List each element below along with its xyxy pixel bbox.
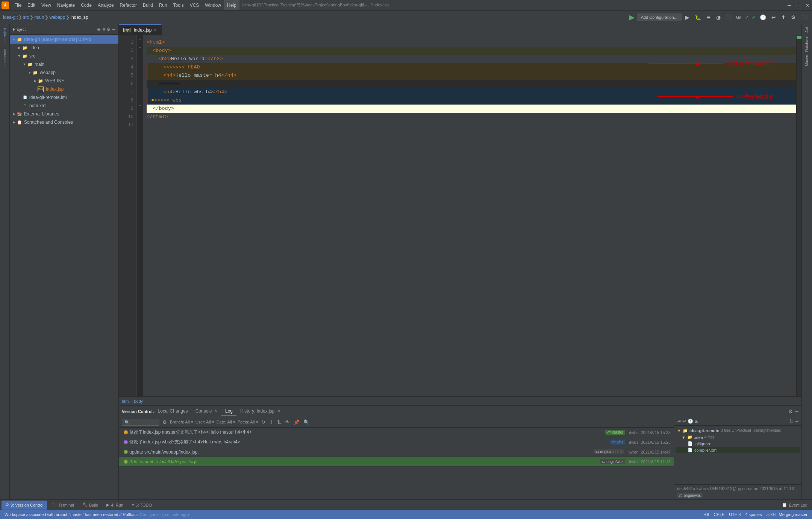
log-pin-icon[interactable]: 📌 xyxy=(293,419,300,426)
commit-panel-clock-icon[interactable]: 🕐 xyxy=(688,419,693,424)
log-branch-filter[interactable]: Branch: All ▾ xyxy=(170,420,193,425)
status-spaces[interactable]: 4 spaces xyxy=(744,512,763,517)
commit-tree-repo[interactable]: ▼ 📁 idea-git-remote 8 files D:\Practical… xyxy=(676,427,800,434)
taskbar-tab-terminal[interactable]: ⬛ Terminal xyxy=(48,501,78,510)
log-date-filter[interactable]: Date: All ▾ xyxy=(217,420,235,425)
commit-panel-sort-icon[interactable]: ⇅ xyxy=(789,419,793,424)
log-fetch-icon[interactable]: ⇩ xyxy=(268,419,274,426)
log-search-expand-icon[interactable]: 🔍 xyxy=(303,419,310,426)
fold-1[interactable]: ▾ xyxy=(137,35,143,44)
menu-vcs[interactable]: VCS xyxy=(187,0,202,10)
tree-item-indexjsp[interactable]: ▶ JSP index.jsp xyxy=(10,85,118,93)
stop-icon[interactable]: ⬛ xyxy=(724,14,734,21)
log-sync-icon[interactable]: ↻ xyxy=(261,419,266,426)
restore-button[interactable]: □ xyxy=(795,2,801,8)
git-checkmark-icon[interactable]: ✓ xyxy=(745,14,749,20)
close-button[interactable]: ✕ xyxy=(804,2,810,8)
git-history-icon[interactable]: 🕐 xyxy=(758,14,768,21)
minimize-button[interactable]: ─ xyxy=(786,2,792,8)
debug-icon[interactable]: 🐛 xyxy=(693,14,703,21)
database-tool-button[interactable]: Database xyxy=(804,34,810,53)
menu-run[interactable]: Run xyxy=(156,0,170,10)
menu-navigate[interactable]: Navigate xyxy=(54,0,78,10)
status-message[interactable]: Workspace associated with branch 'master… xyxy=(3,512,191,517)
taskbar-tab-run[interactable]: ▶ 4: Run xyxy=(103,501,127,510)
sidebar-minimize-icon[interactable]: ─ xyxy=(112,27,115,32)
git-terminal-icon[interactable]: ⬛ xyxy=(800,14,809,21)
commit-tree-compiler[interactable]: 📄 compiler.xml xyxy=(676,447,800,453)
commit-panel-arrow-icon[interactable]: ⇥ xyxy=(677,419,681,424)
code-lines[interactable]: <html> <body> <h2>Hello World!</h2> <<<<… xyxy=(144,35,796,396)
log-row-0[interactable]: 修改了index.jsp master分支添加了<h4>Hello master… xyxy=(119,428,674,437)
status-git[interactable]: ⚠ Git: Merging master xyxy=(765,512,809,517)
taskbar-tab-build[interactable]: 🔨 Build xyxy=(79,501,102,510)
tree-item-iml[interactable]: ▶ 📄 idea-git-remote.iml xyxy=(10,93,118,102)
log-user-filter[interactable]: User: All ▾ xyxy=(195,420,214,425)
git-settings-icon[interactable]: ⚙ xyxy=(789,14,797,21)
taskbar-tab-todo[interactable]: ≡ 6: TODO xyxy=(128,501,156,510)
bottom-minimize-icon[interactable]: ─ xyxy=(795,408,798,414)
menu-file[interactable]: File xyxy=(11,0,24,10)
breadcrumb-item-0[interactable]: idea-git xyxy=(3,15,18,20)
git-check2-icon[interactable]: ✓ xyxy=(751,14,756,20)
menu-tools[interactable]: Tools xyxy=(170,0,187,10)
sidebar-filter-icon[interactable]: ≡ xyxy=(102,27,105,32)
maven-tool-button[interactable]: Maven xyxy=(804,53,810,68)
commit-tree-gitignore[interactable]: 📄 .gitignore xyxy=(676,440,800,447)
tree-item-extlibs[interactable]: ▶ 📚 External Libraries xyxy=(10,110,118,118)
taskbar-event-log[interactable]: 📋 Event Log xyxy=(779,502,810,507)
commit-tree-idea[interactable]: ▼ 📁 .idea 4 files xyxy=(676,434,800,440)
tab-close-button[interactable]: ✕ xyxy=(154,28,157,32)
profile-icon[interactable]: ◑ xyxy=(715,14,722,21)
run-green-arrow[interactable]: ▶ xyxy=(629,13,635,21)
menu-refactor[interactable]: Refactor xyxy=(117,0,140,10)
git-push-icon[interactable]: ⬆ xyxy=(780,14,787,21)
menu-window[interactable]: Window xyxy=(202,0,224,10)
run-icon[interactable]: ▶ xyxy=(684,14,691,21)
log-eye-icon[interactable]: 👁 xyxy=(284,419,291,426)
tree-item-main[interactable]: ▼ 📁 main xyxy=(10,60,118,68)
status-position[interactable]: 9:8 xyxy=(702,512,710,517)
tab-log[interactable]: Log xyxy=(221,407,236,416)
breadcrumb-body[interactable]: body xyxy=(134,399,143,404)
structure-tool-button[interactable]: Z: Structure xyxy=(2,47,8,69)
status-crlf[interactable]: CRLF xyxy=(712,512,726,517)
tree-item-idea[interactable]: ▶ 📁 .idea xyxy=(10,44,118,52)
status-encoding[interactable]: UTF-8 xyxy=(727,512,742,517)
tab-history[interactable]: History: index.jsp ✕ xyxy=(236,407,284,416)
tree-item-scratches[interactable]: ▶ 📋 Scratches and Consoles xyxy=(10,118,118,126)
commit-panel-refresh-icon[interactable]: ↩ xyxy=(682,419,686,424)
tab-console[interactable]: Console ✕ xyxy=(192,407,221,416)
breadcrumb-item-3[interactable]: webapp xyxy=(49,15,65,20)
menu-code[interactable]: Code xyxy=(78,0,95,10)
menu-build[interactable]: Build xyxy=(140,0,156,10)
editor-tab-indexjsp[interactable]: jsp index.jsp ✕ xyxy=(119,24,162,35)
taskbar-tab-version-control[interactable]: ⚙ 9: Version Control xyxy=(2,501,47,510)
bottom-settings-icon[interactable]: ⚙ xyxy=(788,408,793,414)
tree-item-pomxml[interactable]: ▶ 🗒 pom.xml xyxy=(10,102,118,110)
add-configuration-button[interactable]: Add Configuration... xyxy=(637,14,682,21)
tree-item-webinf[interactable]: ▶ 📁 WEB-INF xyxy=(10,77,118,85)
sidebar-settings-icon[interactable]: ⚙ xyxy=(106,27,111,32)
tree-item-src[interactable]: ▼ 📁 src xyxy=(10,52,118,60)
breadcrumb-item-4[interactable]: index.jsp xyxy=(70,15,88,20)
breadcrumb-html[interactable]: html xyxy=(122,399,130,404)
menu-edit[interactable]: Edit xyxy=(24,0,38,10)
git-rollback-icon[interactable]: ↩ xyxy=(770,14,777,21)
log-paths-filter[interactable]: Paths: All ▾ xyxy=(238,420,258,425)
log-row-1[interactable]: 修改了index.jsp wbs分支添加了<h4>Hello wbs h4</h… xyxy=(119,437,674,447)
fold-9[interactable]: ▾ xyxy=(137,102,143,110)
log-row-2[interactable]: update src/main/webapp/index.jsp. 🏷 orig… xyxy=(119,447,674,457)
coverage-icon[interactable]: ≣ xyxy=(705,14,712,21)
commit-panel-expand-icon[interactable]: ⇥ xyxy=(795,419,798,424)
menu-view[interactable]: View xyxy=(38,0,54,10)
tab-local-changes[interactable]: Local Changes xyxy=(154,407,192,416)
log-row-3[interactable]: Add commit to localGitRepository. 🏷 orig… xyxy=(119,457,674,467)
commit-panel-grid-icon[interactable]: ⊞ xyxy=(695,419,698,424)
project-tool-button[interactable]: 1: Project xyxy=(2,26,8,44)
log-refresh-icon[interactable]: ⚙ xyxy=(162,419,168,426)
log-search-input[interactable] xyxy=(122,419,159,426)
tree-item-project[interactable]: ▼ 📁 idea-git [idea-git-remote] D:\Pra xyxy=(10,35,118,44)
menu-help[interactable]: Help xyxy=(224,0,239,10)
fold-2[interactable]: ▾ xyxy=(137,44,143,52)
